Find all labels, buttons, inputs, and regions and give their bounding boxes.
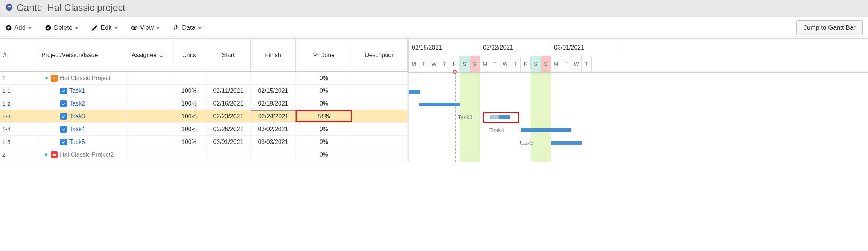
col-header-desc[interactable]: Description	[352, 39, 408, 71]
gantt-row	[409, 111, 868, 124]
row-desc	[352, 123, 408, 135]
row-start: 02/11/2021	[206, 85, 251, 97]
gantt-row	[409, 85, 868, 98]
gantt-row	[409, 136, 868, 149]
row-name-cell: Hal Classic Project	[37, 72, 127, 84]
chevron-down-icon[interactable]	[44, 76, 49, 80]
task-link[interactable]: Task3	[69, 113, 85, 120]
page-title: Gantt: Hal Classic project	[17, 2, 125, 13]
pencil-icon	[91, 24, 98, 31]
grid-row[interactable]: 1-3Task3100%02/23/202102/24/202158%	[0, 110, 408, 123]
grid-row[interactable]: 1-2Task2100%02/16/202102/19/20210%	[0, 97, 408, 110]
timeline-day: T	[419, 56, 429, 72]
row-assignee	[127, 110, 172, 122]
caret-down-icon	[114, 26, 118, 30]
toolbar: Add Delete Edit View Data Jump to Gantt …	[0, 17, 868, 39]
task-link[interactable]: Task5	[69, 139, 85, 145]
grid-row[interactable]: 1Hal Classic Project0%	[0, 72, 408, 85]
task-link[interactable]: Task1	[69, 88, 85, 94]
timeline-day: F	[521, 56, 531, 72]
gantt-bar[interactable]	[521, 128, 571, 132]
row-assignee	[127, 148, 172, 161]
row-assignee	[127, 136, 172, 148]
row-name-cell: Task1	[37, 85, 127, 97]
x-circle-icon	[45, 24, 52, 31]
timeline-day: T	[561, 56, 571, 72]
row-units: 100%	[172, 110, 206, 122]
row-finish[interactable]: 03/03/2021	[251, 136, 296, 148]
edit-button[interactable]: Edit	[91, 24, 118, 32]
gantt-bar-label: Task3	[458, 114, 472, 120]
row-done[interactable]: 58%	[296, 110, 352, 122]
chevron-right-icon[interactable]	[44, 153, 49, 157]
gantt-bar[interactable]	[409, 90, 420, 94]
col-header-done[interactable]: % Done	[296, 39, 352, 71]
grid-row[interactable]: 1-5Task5100%03/01/202103/03/20210%	[0, 136, 408, 148]
project-label: Hal Classic Project2	[60, 151, 114, 158]
row-done[interactable]: 0%	[296, 97, 352, 110]
row-finish[interactable]	[251, 148, 296, 161]
row-id: 1-1	[0, 85, 37, 97]
row-finish[interactable]	[251, 72, 296, 84]
gantt-bar[interactable]	[551, 141, 582, 145]
grid-row[interactable]: 1-4Task4100%02/26/202103/02/20210%	[0, 123, 408, 136]
row-units: 100%	[172, 85, 206, 97]
eye-icon	[131, 24, 138, 31]
row-finish[interactable]: 02/19/2021	[251, 97, 296, 110]
col-header-finish[interactable]: Finish	[251, 39, 296, 71]
col-header-start[interactable]: Start	[206, 39, 251, 71]
col-header-num[interactable]: #	[0, 39, 37, 71]
row-assignee	[127, 72, 172, 84]
data-button[interactable]: Data	[173, 24, 202, 32]
row-done[interactable]: 0%	[296, 136, 352, 148]
timeline-day: W	[571, 56, 582, 72]
task-check-icon	[60, 126, 67, 133]
task-link[interactable]: Task4	[69, 126, 85, 133]
gantt-row	[409, 73, 868, 85]
row-units: 100%	[172, 123, 206, 135]
row-done[interactable]: 0%	[296, 72, 352, 84]
row-done[interactable]: 0%	[296, 123, 352, 135]
col-header-units[interactable]: Units	[172, 39, 206, 71]
row-desc	[352, 110, 408, 122]
timeline-day: T	[582, 56, 592, 72]
row-units: 100%	[172, 136, 206, 148]
task-check-icon	[60, 88, 67, 94]
row-finish[interactable]: 02/24/2021	[251, 110, 296, 122]
caret-down-icon	[75, 26, 79, 30]
row-id: 1-4	[0, 123, 37, 135]
grid-row[interactable]: 1-1Task1100%02/11/202102/15/20210%	[0, 85, 408, 97]
row-finish[interactable]: 02/15/2021	[251, 85, 296, 97]
view-button[interactable]: View	[131, 24, 160, 32]
task-link[interactable]: Task2	[69, 100, 85, 107]
row-name-cell: Task2	[37, 97, 127, 110]
row-id: 1	[0, 72, 37, 84]
row-assignee	[127, 85, 172, 97]
delete-button[interactable]: Delete	[45, 24, 79, 32]
gantt-row	[409, 149, 868, 162]
row-finish[interactable]: 03/02/2021	[251, 123, 296, 135]
row-start	[206, 148, 251, 161]
row-name-cell: Task5	[37, 136, 127, 148]
timeline-day: M	[551, 56, 561, 72]
row-id: 1-2	[0, 97, 37, 110]
add-button[interactable]: Add	[5, 24, 32, 32]
grid-row[interactable]: 2Hal Classic Project20%	[0, 148, 408, 161]
task-check-icon	[60, 113, 67, 120]
col-header-name[interactable]: Project/Version/Issue	[37, 39, 127, 71]
gantt-bar[interactable]	[419, 103, 460, 106]
gantt-bar-label: Task5	[519, 139, 533, 146]
row-start: 02/16/2021	[206, 97, 251, 110]
timeline-day: T	[439, 56, 449, 72]
gantt-body[interactable]: Task3Task4Task5	[409, 73, 868, 162]
row-done[interactable]: 0%	[296, 85, 352, 97]
jump-to-bar-button[interactable]: Jump to Gantt Bar	[796, 20, 863, 35]
row-desc	[352, 85, 408, 97]
caret-down-icon	[198, 26, 202, 30]
row-done[interactable]: 0%	[296, 148, 352, 161]
caret-down-icon	[28, 26, 32, 30]
edit-label: Edit	[101, 24, 111, 32]
row-name-cell: Task3	[37, 110, 127, 122]
sort-down-icon	[159, 52, 163, 58]
col-header-assignee[interactable]: Assignee	[127, 39, 172, 71]
